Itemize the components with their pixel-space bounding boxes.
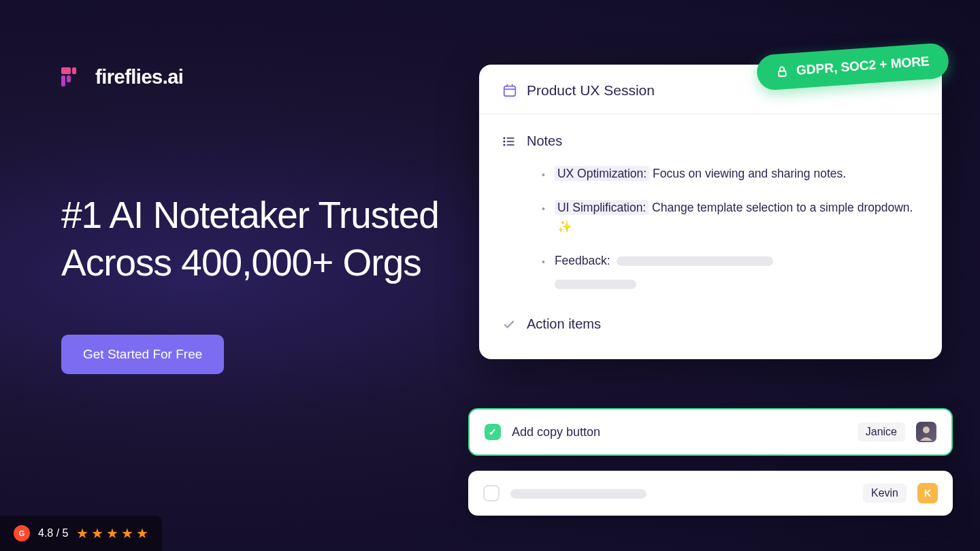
check-icon [502,318,516,331]
brand-logo: fireflies.ai [61,65,442,89]
fireflies-logo-icon [61,65,86,89]
assignee-tag[interactable]: Janice [858,422,905,441]
svg-point-11 [504,137,504,138]
star-icon: ★ [106,525,118,541]
svg-rect-1 [72,67,76,74]
get-started-button[interactable]: Get Started For Free [61,335,224,374]
svg-point-14 [923,427,930,433]
action-item-text: Add copy button [512,425,847,439]
action-item-card[interactable]: ✓ Add copy button Janice [468,408,953,456]
skeleton-placeholder [510,489,647,499]
hero-headline: #1 AI Notetaker Trusted Across 400,000+ … [61,191,442,287]
bullet-icon: • [542,254,545,289]
notes-list: • UX Optimization: Focus on viewing and … [542,164,919,289]
note-item: • UI Simplification: Change template sel… [542,198,919,236]
svg-rect-3 [67,76,71,82]
sparkle-icon: ✨ [557,220,572,233]
notes-header: Notes [502,133,919,149]
star-icon: ★ [136,525,148,541]
avatar[interactable]: K [917,483,938,503]
action-items-title: Action items [527,316,601,332]
action-items-section: Action items [502,316,919,332]
skeleton-placeholder [617,256,773,266]
notes-title: Notes [527,133,562,149]
calendar-icon [502,83,517,98]
lock-icon [776,65,789,78]
checkmark-icon: ✓ [489,427,497,437]
star-icon: ★ [76,525,88,541]
action-checkbox[interactable]: ✓ [485,424,501,440]
assignee-tag[interactable]: Kevin [863,484,906,503]
svg-point-12 [504,141,504,141]
skeleton-placeholder [555,280,636,289]
action-checkbox[interactable] [483,485,500,501]
avatar[interactable] [916,422,936,442]
star-icon: ★ [121,525,133,541]
note-item: • UX Optimization: Focus on viewing and … [542,164,919,183]
card-body: Notes • UX Optimization: Focus on viewin… [479,114,942,359]
session-card: Product UX Session Notes • UX Optimizati… [479,65,942,359]
svg-rect-2 [61,76,65,86]
svg-point-13 [504,144,504,145]
list-icon [502,135,516,148]
hero-left: fireflies.ai #1 AI Notetaker Trusted Acr… [61,65,442,374]
bullet-icon: • [542,167,545,183]
bullet-icon: • [542,201,545,236]
rating-score: 4.8 / 5 [38,527,68,539]
action-items-header: Action items [502,316,919,332]
rating-bar: G 4.8 / 5 ★ ★ ★ ★ ★ [0,516,162,551]
svg-rect-4 [504,86,516,97]
note-content: UX Optimization: Focus on viewing and sh… [555,164,846,183]
svg-rect-0 [61,67,71,74]
action-item-card[interactable]: Kevin K [468,471,953,516]
action-cards-stack: ✓ Add copy button Janice Kevin K [468,408,953,531]
rating-stars: ★ ★ ★ ★ ★ [76,525,148,541]
action-item-text [510,486,852,501]
brand-name: fireflies.ai [95,66,183,88]
g2-badge-icon: G [14,525,30,541]
compliance-text: GDPR, SOC2 + MORE [796,54,930,78]
note-content: Feedback: [555,251,773,289]
session-title: Product UX Session [527,82,655,99]
star-icon: ★ [91,525,103,541]
note-item: • Feedback: [542,251,919,289]
svg-rect-15 [779,71,786,76]
note-content: UI Simplification: Change template selec… [555,198,919,236]
